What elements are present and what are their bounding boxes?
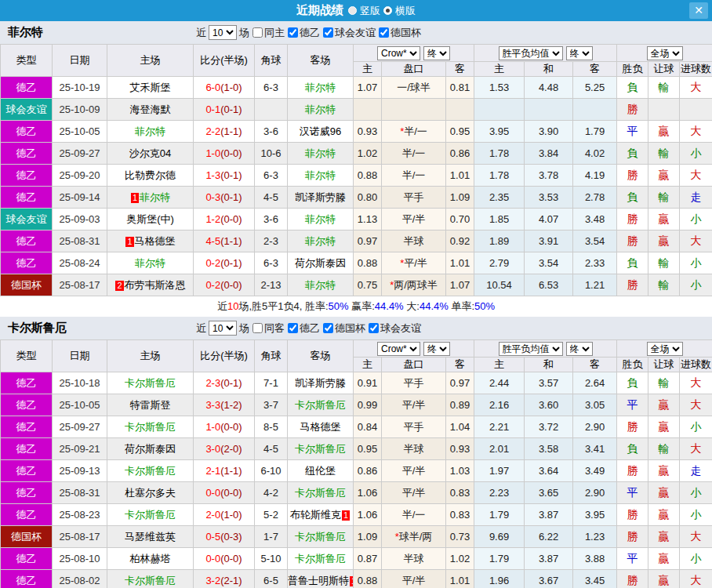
goals-result-cell: 小 (680, 416, 712, 438)
fulltime-score: 1-2 (205, 213, 220, 225)
score-cell: 0-0(0-0) (194, 482, 255, 504)
fulltime-score: 2-3 (205, 377, 220, 389)
corner-cell: 1-7 (255, 526, 288, 548)
home-team-cell: 卡尔斯鲁厄 (107, 504, 194, 526)
goals-result-cell: 大 (680, 121, 712, 143)
fulltime-score: 3-0 (205, 443, 220, 455)
euro-away-odds-cell (573, 99, 617, 121)
match-type-cell: 德乙 (1, 570, 53, 588)
asian-home-odds-cell: 0.87 (354, 548, 382, 570)
same-venue-checkbox[interactable] (252, 27, 263, 38)
euro-away-odds-cell: 4.19 (573, 165, 617, 187)
near-label: 近 (196, 26, 206, 40)
euro-draw-odds-cell: 3.64 (525, 460, 573, 482)
corner-cell: 2-3 (255, 230, 288, 252)
fulltime-score: 1-3 (205, 169, 220, 181)
handicap-cell: *两/两球半 (382, 274, 446, 296)
scope-select[interactable]: 全场 (647, 46, 683, 60)
date-cell: 25-08-31 (53, 230, 107, 252)
score-cell: 0-1(0-1) (194, 99, 255, 121)
score-cell: 2-3(0-1) (194, 372, 255, 394)
score-cell: 3-2(2-1) (194, 570, 255, 588)
euro-home-odds-cell: 1.78 (474, 143, 525, 165)
home-team-cell: 马瑟维兹英 (107, 526, 194, 548)
same-venue-checkbox[interactable] (252, 323, 263, 333)
match-type-cell: 德乙 (1, 121, 53, 143)
goals-result-cell: 小 (680, 482, 712, 504)
final-odds-select[interactable]: 终 (423, 46, 450, 60)
asian-away-odds-cell: 0.81 (446, 77, 474, 99)
date-cell: 25-09-27 (53, 416, 107, 438)
goals-result-cell (680, 99, 712, 121)
same-venue-filter: 同主 (252, 26, 285, 40)
league-checkbox[interactable] (379, 27, 389, 38)
wdl-result-cell: 平 (617, 394, 648, 416)
horizontal-version-radio[interactable] (383, 6, 392, 15)
wdl-result-cell: 負 (617, 77, 648, 99)
wdl-result-cell: 勝 (617, 460, 648, 482)
vertical-version-radio[interactable] (348, 6, 357, 15)
away-team-cell: 布轮斯维克1 (288, 504, 354, 526)
score-header: 比分(半场) (194, 340, 255, 372)
avg-odds-select[interactable]: 胜平负均值 (499, 342, 563, 356)
match-type-cell: 德乙 (1, 187, 53, 209)
handicap-cell: *半/一 (382, 121, 446, 143)
date-cell: 25-09-14 (53, 187, 107, 209)
handicap-text: 平手 (404, 377, 424, 389)
euro-home-odds-cell: 10.54 (474, 274, 525, 296)
euro-draw-header: 和 (525, 358, 573, 372)
euro-away-odds-cell: 2.33 (573, 252, 617, 274)
score-cell: 1-0(0-0) (194, 416, 255, 438)
asian-home-odds-cell: 0.91 (354, 372, 382, 394)
euro-home-odds-cell: 2.44 (474, 372, 525, 394)
avg-odds-select[interactable]: 胜平负均值 (499, 46, 563, 60)
home-team-name: 卡尔斯鲁厄 (125, 377, 176, 389)
asian-home-odds-cell: 0.88 (354, 165, 382, 187)
euro-home-header: 主 (474, 62, 525, 77)
away-team-name: 凯泽斯劳滕 (295, 191, 346, 203)
handicap-cell: 平/半 (382, 209, 446, 230)
final-odds-select-2[interactable]: 终 (566, 46, 593, 60)
league-checkbox[interactable] (323, 323, 333, 333)
date-cell: 25-10-05 (53, 394, 107, 416)
home-team-cell: 卡尔斯鲁厄 (107, 460, 194, 482)
euro-draw-odds-cell: 3.57 (525, 372, 573, 394)
euro-home-odds-cell: 1.96 (474, 570, 525, 588)
bookmaker-select[interactable]: Crow* (377, 342, 420, 356)
score-cell: 6-0(1-0) (194, 77, 255, 99)
goals-header: 进球数 (680, 358, 712, 372)
home-team-cell: 卡尔斯鲁厄 (107, 372, 194, 394)
away-team-cell: 凯泽斯劳滕 (288, 187, 354, 209)
euro-draw-odds-cell: 3.78 (525, 165, 573, 187)
match-row: 德乙25-08-31杜塞尔多夫0-0(0-0)4-2卡尔斯鲁厄1.06平/半0.… (1, 482, 712, 504)
away-team-cell: 菲尔特 (288, 77, 354, 99)
final-odds-select[interactable]: 终 (423, 342, 450, 356)
asian-home-odds-cell: 0.97 (354, 230, 382, 252)
scope-select[interactable]: 全场 (647, 342, 683, 356)
date-cell: 25-09-21 (53, 438, 107, 460)
asian-home-odds-cell: 1.13 (354, 209, 382, 230)
halftime-score: (1-1) (220, 125, 242, 137)
match-type-cell: 德乙 (1, 482, 53, 504)
league-checkbox[interactable] (288, 323, 298, 333)
final-odds-select-2[interactable]: 终 (566, 342, 593, 356)
away-header: 客场 (288, 45, 354, 77)
league-checkbox[interactable] (323, 27, 333, 38)
euro-draw-odds-cell: 3.67 (525, 570, 573, 588)
asian-away-odds-cell: 0.86 (446, 143, 474, 165)
league-checkbox[interactable] (369, 323, 379, 333)
league-checkbox[interactable] (288, 27, 298, 38)
asian-away-odds-cell: 0.73 (446, 526, 474, 548)
away-team-cell: 菲尔特 (288, 274, 354, 296)
handicap-header: 盘口 (382, 358, 446, 372)
bookmaker-select[interactable]: Crow* (377, 46, 420, 60)
home-team-name: 杜塞尔多夫 (125, 487, 176, 499)
close-icon[interactable]: ✕ (689, 2, 708, 19)
handicap-text: 半球 (404, 235, 424, 247)
match-row: 德国杯25-08-17马瑟维兹英0-5(0-3)1-7卡尔斯鲁厄1.09*球半/… (1, 526, 712, 548)
letball-result-cell: 贏 (648, 482, 680, 504)
date-cell: 25-08-10 (53, 548, 107, 570)
euro-away-odds-cell: 4.02 (573, 143, 617, 165)
match-count-select[interactable]: 10 (209, 321, 237, 336)
match-count-select[interactable]: 10 (209, 25, 237, 40)
